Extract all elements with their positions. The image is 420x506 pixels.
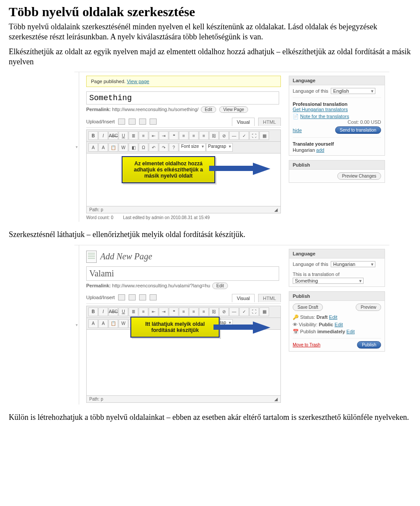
visual-tab[interactable]: Visual	[232, 118, 255, 126]
page-title-input[interactable]	[86, 91, 279, 105]
html-tab[interactable]: HTML	[258, 118, 281, 126]
outdent-icon[interactable]: ⇤	[149, 131, 158, 140]
save-draft-button[interactable]: Save Draft	[293, 304, 323, 311]
resize-icon[interactable]: ◢	[274, 397, 278, 401]
page-title-input[interactable]	[86, 266, 279, 281]
link-icon[interactable]: ⛓	[209, 307, 219, 316]
italic-icon[interactable]: I	[98, 307, 108, 316]
page-doc-icon	[86, 251, 97, 263]
indent-icon[interactable]: ⇥	[159, 307, 168, 316]
quote-icon[interactable]: ❝	[169, 307, 178, 316]
bold-icon[interactable]: B	[88, 131, 98, 140]
redo-icon[interactable]: ↷	[159, 143, 168, 152]
html-tab[interactable]: HTML	[258, 294, 281, 302]
collapse-arrow-icon[interactable]: ▾	[74, 245, 79, 405]
style-icon[interactable]: A	[88, 143, 98, 152]
add-media-icon[interactable]	[150, 294, 157, 300]
align-center-icon[interactable]: ≡	[189, 307, 199, 316]
ul-icon[interactable]: ≣	[129, 131, 138, 140]
style-icon[interactable]: A	[88, 319, 98, 328]
ul-icon[interactable]: ≣	[129, 307, 138, 316]
fullscreen-icon[interactable]: ⛶	[249, 131, 259, 140]
edit-schedule-link[interactable]: Edit	[346, 329, 355, 334]
align-left-icon[interactable]: ≡	[179, 131, 189, 140]
eraser-icon[interactable]: ◧	[129, 143, 138, 152]
outdent-icon[interactable]: ⇤	[149, 307, 158, 316]
align-right-icon[interactable]: ≡	[199, 307, 209, 316]
screenshot-add-new-page: ▾ Add New Page Permalink: http://www.ree…	[74, 245, 389, 405]
editor-area[interactable]: Itt láthatjuk melyik oldal fordítását ké…	[86, 330, 281, 396]
move-to-trash-link[interactable]: Move to Trash	[293, 342, 320, 347]
unlink-icon[interactable]: ⊘	[219, 131, 229, 140]
editor-footer: Path: p ◢	[86, 206, 281, 213]
unlink-icon[interactable]: ⊘	[219, 307, 229, 316]
add-video-icon[interactable]	[129, 119, 136, 125]
preview-button[interactable]: Preview	[356, 304, 381, 311]
kitchensink-icon[interactable]: ▦	[259, 307, 269, 316]
upload-insert-label: Upload/Insert	[86, 295, 115, 300]
add-image-icon[interactable]	[118, 294, 125, 300]
kitchensink-icon[interactable]: ▦	[259, 131, 269, 140]
hide-link[interactable]: hide	[293, 128, 302, 133]
quote-icon[interactable]: ❝	[169, 131, 178, 140]
view-page-button[interactable]: View Page	[219, 106, 248, 113]
get-translators-link[interactable]: Get Hungarian translators	[293, 107, 348, 112]
edit-permalink-button[interactable]: Edit	[212, 283, 228, 289]
edit-permalink-button[interactable]: Edit	[201, 106, 216, 113]
visual-tab[interactable]: Visual	[232, 294, 255, 302]
fullscreen-icon[interactable]: ⛶	[249, 307, 259, 316]
publish-panel-title: Publish	[289, 292, 385, 301]
help-icon[interactable]: ?	[169, 143, 178, 152]
underline-icon[interactable]: U	[119, 131, 128, 140]
strike-icon[interactable]: ABC	[108, 307, 118, 316]
edit-visibility-link[interactable]: Edit	[335, 322, 343, 327]
note-translators-link[interactable]: Note for the translators	[300, 114, 349, 119]
preview-changes-button[interactable]: Preview Changes	[337, 172, 381, 180]
more-icon[interactable]: —	[229, 307, 239, 316]
editor-area[interactable]: Az elmentet oldalhoz hozzá adhatjuk és e…	[86, 154, 281, 206]
ol-icon[interactable]: ≡	[139, 131, 148, 140]
char-icon[interactable]: Ω	[139, 143, 148, 152]
paragraph-3: Szerkesztésnél láthatjuk – ellenőrizhetj…	[9, 230, 411, 240]
resize-icon[interactable]: ◢	[274, 207, 278, 212]
edit-status-link[interactable]: Edit	[329, 314, 337, 320]
send-to-translation-button[interactable]: Send to translation	[335, 126, 381, 134]
font-size-select[interactable]: Font size	[179, 143, 206, 152]
add-video-icon[interactable]	[129, 294, 136, 300]
paragraph-select[interactable]: Paragrap	[206, 143, 233, 152]
add-audio-icon[interactable]	[139, 294, 146, 300]
publish-button[interactable]: Publish	[357, 341, 381, 349]
note-icon: 📄	[293, 114, 299, 119]
spellcheck-icon[interactable]: ✓	[239, 131, 249, 140]
paste-word-icon[interactable]: W	[119, 319, 128, 328]
underline-icon[interactable]: U	[119, 307, 128, 316]
add-audio-icon[interactable]	[139, 119, 146, 125]
translation-of-select[interactable]: Something	[293, 278, 364, 284]
permalink-row: Permalink: http://www.reenconsulting.hu/…	[86, 283, 281, 289]
view-page-link[interactable]: View page	[127, 79, 149, 84]
color-icon[interactable]: A	[98, 319, 108, 328]
publish-notice: Page published. View page	[86, 76, 281, 87]
add-image-icon[interactable]	[118, 119, 125, 125]
align-center-icon[interactable]: ≡	[189, 131, 199, 140]
indent-icon[interactable]: ⇥	[159, 131, 168, 140]
language-select[interactable]: Hungarian	[331, 261, 375, 267]
strike-icon[interactable]: ABC	[108, 131, 118, 140]
align-right-icon[interactable]: ≡	[199, 131, 209, 140]
undo-icon[interactable]: ↶	[149, 143, 158, 152]
align-left-icon[interactable]: ≡	[179, 307, 189, 316]
ol-icon[interactable]: ≡	[139, 307, 148, 316]
more-icon[interactable]: —	[229, 131, 239, 140]
link-icon[interactable]: ⛓	[209, 131, 219, 140]
italic-icon[interactable]: I	[98, 131, 108, 140]
paste-icon[interactable]: 📋	[108, 143, 118, 152]
paste-icon[interactable]: 📋	[108, 319, 118, 328]
add-translation-link[interactable]: add	[316, 147, 324, 153]
bold-icon[interactable]: B	[88, 307, 98, 316]
add-media-icon[interactable]	[150, 119, 157, 125]
collapse-arrow-icon[interactable]: ▾	[74, 72, 79, 222]
color-icon[interactable]: A	[98, 143, 108, 152]
paste-word-icon[interactable]: W	[119, 143, 128, 152]
spellcheck-icon[interactable]: ✓	[239, 307, 249, 316]
language-select[interactable]: English	[331, 88, 375, 94]
